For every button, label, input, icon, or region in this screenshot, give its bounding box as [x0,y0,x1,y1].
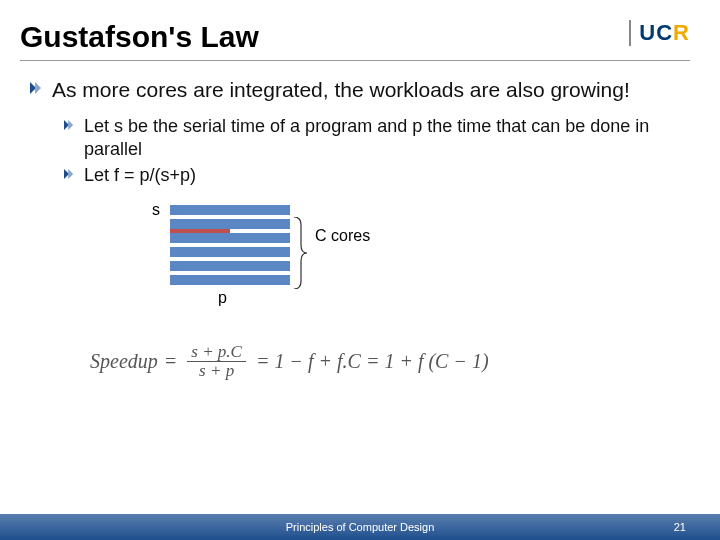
sub-bullet-1: Let s be the serial time of a program an… [64,115,690,160]
bar-parallel-3 [170,247,290,257]
chevron-icon [64,120,74,130]
formula-numerator: s + p.C [187,343,246,362]
formula-eq1: = [164,350,178,373]
c-cores-label: C cores [315,227,370,245]
svg-marker-5 [68,169,73,179]
chevron-icon [30,82,42,94]
bracket-icon [293,217,307,289]
main-bullet: As more cores are integrated, the worklo… [30,77,690,103]
formula-rhs: = 1 − f + f.C = 1 + f (C − 1) [256,350,489,373]
logo-u: U [639,20,656,45]
sub-bullet-2-text: Let f = p/(s+p) [84,164,196,187]
ucr-logo: UCR [629,20,690,46]
page-number: 21 [674,521,686,533]
footer: Principles of Computer Design 21 [0,514,720,540]
speedup-formula: Speedup = s + p.C s + p = 1 − f + f.C = … [90,343,690,380]
bar-parallel-1 [170,219,290,229]
sub-bullet-2: Let f = p/(s+p) [64,164,690,187]
slide-title: Gustafson's Law [20,20,259,54]
main-bullet-text: As more cores are integrated, the worklo… [52,77,630,103]
diagram: s C cores p [170,199,570,309]
p-label: p [218,289,227,307]
bar-serial [170,205,290,215]
formula-lhs: Speedup [90,350,158,373]
formula-denominator: s + p [195,362,238,380]
s-label: s [152,201,160,219]
logo-r: R [673,20,690,45]
svg-marker-1 [35,82,41,94]
svg-marker-3 [68,120,73,130]
sub-bullet-1-text: Let s be the serial time of a program an… [84,115,690,160]
bar-parallel-4 [170,261,290,271]
logo-c: C [656,20,673,45]
bar-parallel-5 [170,275,290,285]
formula-fraction: s + p.C s + p [187,343,246,380]
chevron-icon [64,169,74,179]
title-row: Gustafson's Law UCR [20,20,690,61]
footer-text: Principles of Computer Design [286,521,435,533]
bar-parallel-2 [170,233,290,243]
